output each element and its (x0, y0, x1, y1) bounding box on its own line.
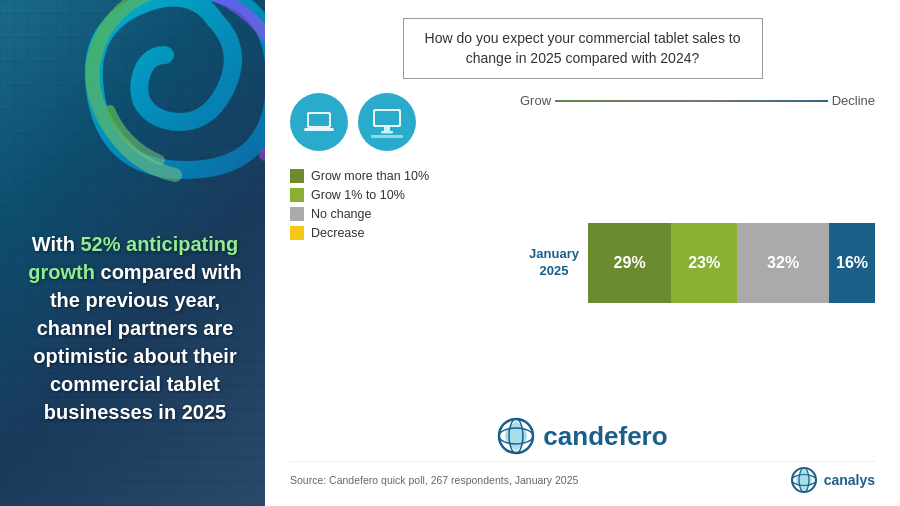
laptop-icon-circle (290, 93, 348, 151)
grow-label: Grow (520, 93, 555, 108)
legend-label-grow-10: Grow more than 10% (311, 169, 429, 183)
svg-rect-5 (384, 127, 390, 131)
arrow-line (520, 100, 875, 102)
chart-area: Grow more than 10% Grow 1% to 10% No cha… (290, 93, 875, 407)
legend-label-grow-1-10: Grow 1% to 10% (311, 188, 405, 202)
legend-item-grow-1-10: Grow 1% to 10% (290, 188, 510, 202)
bar-row: January2025 29% 23% 32% 16% (520, 118, 875, 407)
bar-segment-16: 16% (829, 223, 875, 303)
swirl-decoration (75, 0, 265, 200)
legend-color-grow-10 (290, 169, 304, 183)
question-text: How do you expect your commercial tablet… (425, 30, 741, 66)
desktop-icon (369, 104, 405, 140)
svg-rect-2 (304, 128, 334, 131)
canalys-logo: canalys (790, 466, 875, 494)
legend-label-decrease: Decrease (311, 226, 365, 240)
right-panel: How do you expect your commercial tablet… (265, 0, 900, 506)
candefero-logo-icon (497, 417, 535, 455)
icons-row (290, 93, 510, 151)
desktop-icon-circle (358, 93, 416, 151)
bar-segment-23: 23% (671, 223, 737, 303)
legend-item-no-change: No change (290, 207, 510, 221)
legend-label-no-change: No change (311, 207, 371, 221)
bar-row-label: January2025 (520, 246, 588, 280)
legend: Grow more than 10% Grow 1% to 10% No cha… (290, 169, 510, 240)
canalys-logo-icon (790, 466, 818, 494)
decline-label: Decline (828, 93, 875, 108)
footer-row: Source: Candefero quick poll, 267 respon… (290, 461, 875, 494)
bar-container: 29% 23% 32% 16% (588, 223, 875, 303)
left-chart-section: Grow more than 10% Grow 1% to 10% No cha… (290, 93, 510, 407)
svg-rect-6 (381, 131, 393, 134)
legend-item-grow-10: Grow more than 10% (290, 169, 510, 183)
canalys-text: canalys (824, 472, 875, 488)
svg-rect-1 (309, 114, 329, 126)
left-panel: With 52% anticipatinggrowth compared wit… (0, 0, 265, 506)
bar-segment-29: 29% (588, 223, 671, 303)
svg-rect-7 (371, 135, 403, 138)
laptop-icon (302, 105, 336, 139)
grow-decline-row: Grow Decline (520, 93, 875, 108)
bar-segment-32: 32% (737, 223, 829, 303)
bar-chart: Grow Decline January2025 29% 23% 32% 16% (510, 93, 875, 407)
candefero-name: candefero (543, 421, 667, 452)
legend-color-no-change (290, 207, 304, 221)
svg-rect-4 (375, 111, 399, 125)
left-main-text: With 52% anticipatinggrowth compared wit… (20, 230, 250, 426)
question-box: How do you expect your commercial tablet… (403, 18, 763, 79)
legend-color-grow-1-10 (290, 188, 304, 202)
legend-item-decrease: Decrease (290, 226, 510, 240)
legend-color-decrease (290, 226, 304, 240)
source-text: Source: Candefero quick poll, 267 respon… (290, 474, 578, 486)
candefero-section: candefero (290, 407, 875, 461)
